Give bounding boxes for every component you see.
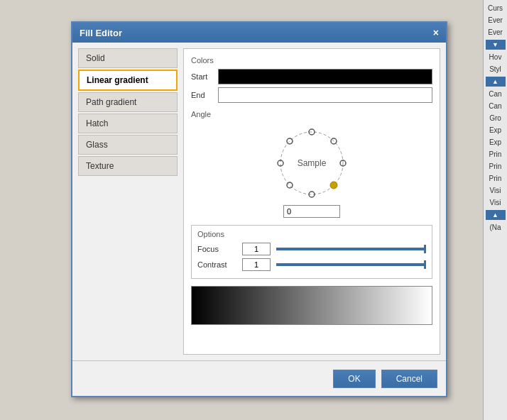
- options-section: Options Focus Contrast: [191, 225, 432, 279]
- angle-circle[interactable]: Sample: [273, 124, 351, 202]
- dialog-title: Fill Editor: [80, 28, 122, 38]
- contrast-slider-track: [276, 263, 426, 266]
- contrast-row: Contrast: [197, 258, 426, 271]
- right-panel-item: Curs: [484, 3, 507, 13]
- fill-type-linear-gradient[interactable]: Linear gradient: [78, 70, 178, 91]
- focus-slider-thumb[interactable]: [424, 245, 426, 253]
- right-panel-item: Prin: [484, 173, 507, 184]
- fill-type-glass[interactable]: Glass: [78, 135, 178, 155]
- fill-settings-panel: Colors Start End Angle: [183, 48, 440, 355]
- right-panel-item: Gro: [484, 113, 507, 123]
- dialog-footer: OK Cancel: [72, 360, 446, 396]
- options-header: Options: [197, 230, 426, 238]
- dialog-body: Solid Linear gradient Path gradient Hatc…: [72, 43, 446, 360]
- color-start-swatch[interactable]: [218, 69, 432, 84]
- contrast-input[interactable]: [242, 258, 271, 271]
- gradient-preview: [191, 286, 432, 325]
- right-panel-item: Prin: [484, 161, 507, 172]
- fill-type-path-gradient[interactable]: Path gradient: [78, 92, 178, 112]
- fill-editor-dialog: Fill Editor × Solid Linear gradient Path…: [71, 21, 447, 397]
- focus-slider-fill: [276, 248, 426, 250]
- contrast-label: Contrast: [197, 260, 236, 269]
- right-panel-item: Styl: [484, 64, 507, 74]
- focus-input[interactable]: [242, 243, 271, 255]
- right-panel-item: Can: [484, 101, 507, 111]
- fill-type-hatch[interactable]: Hatch: [78, 114, 178, 133]
- right-panel: Curs Ever Ever ▼ Hov Styl ▲ Can Can Gro …: [483, 0, 507, 420]
- colors-section: Colors Start End: [191, 56, 432, 103]
- right-panel-item: Visi: [484, 185, 507, 196]
- right-panel-item: Exp: [484, 125, 507, 136]
- right-panel-item: Ever: [484, 27, 507, 38]
- svg-text:Sample: Sample: [298, 158, 327, 168]
- color-end-swatch[interactable]: [218, 87, 432, 103]
- focus-slider-track: [276, 248, 426, 250]
- color-end-label: End: [191, 91, 212, 99]
- fill-types-list: Solid Linear gradient Path gradient Hatc…: [78, 48, 178, 355]
- color-start-row: Start: [191, 69, 432, 84]
- right-panel-item: Hov: [484, 52, 507, 62]
- right-panel-arrow-up[interactable]: ▲: [486, 77, 506, 87]
- dialog-titlebar: Fill Editor ×: [72, 23, 446, 43]
- focus-row: Focus: [197, 243, 426, 255]
- color-end-row: End: [191, 87, 432, 103]
- right-panel-item: Can: [484, 89, 507, 99]
- angle-svg: Sample: [273, 124, 351, 202]
- angle-header: Angle: [191, 110, 432, 118]
- colors-header: Colors: [191, 56, 432, 65]
- focus-label: Focus: [197, 245, 236, 253]
- right-panel-item: Visi: [484, 197, 507, 208]
- angle-section: Angle Sample: [191, 110, 432, 218]
- svg-point-8: [287, 182, 293, 188]
- angle-circle-container: Sample: [191, 124, 432, 218]
- dialog-close-button[interactable]: ×: [433, 28, 439, 38]
- right-panel-item: Ever: [484, 15, 507, 26]
- right-panel-item: Exp: [484, 137, 507, 148]
- angle-input[interactable]: [283, 205, 340, 218]
- cancel-button[interactable]: Cancel: [381, 370, 437, 388]
- svg-point-9: [287, 138, 293, 144]
- ok-button[interactable]: OK: [333, 370, 375, 388]
- right-panel-item: (Na: [484, 222, 507, 233]
- right-panel-item: Prin: [484, 149, 507, 160]
- color-start-label: Start: [191, 72, 212, 81]
- right-panel-arrow-down2[interactable]: ▲: [486, 210, 506, 220]
- contrast-slider-thumb[interactable]: [424, 260, 426, 269]
- right-panel-arrow-down[interactable]: ▼: [486, 40, 506, 50]
- svg-point-7: [330, 182, 337, 189]
- fill-type-solid[interactable]: Solid: [78, 48, 178, 68]
- contrast-slider-fill: [276, 263, 426, 266]
- fill-type-texture[interactable]: Texture: [78, 156, 178, 176]
